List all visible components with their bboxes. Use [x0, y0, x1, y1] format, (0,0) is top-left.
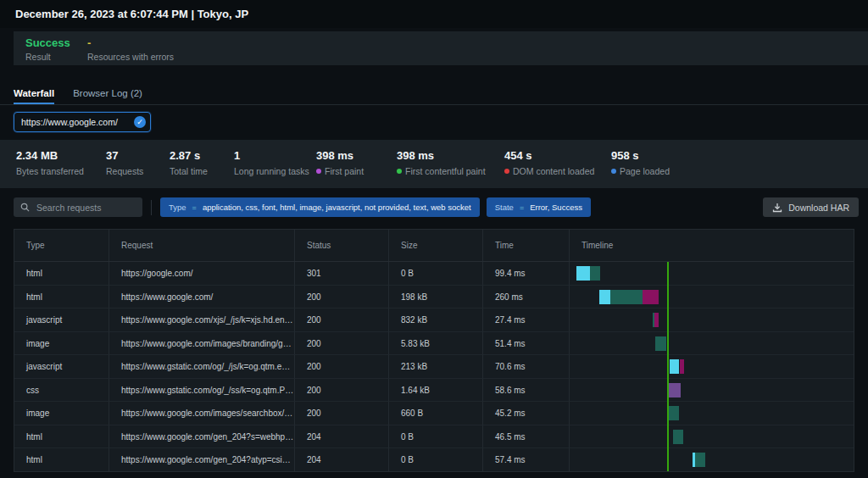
- cell-size: 1.64 kB: [389, 379, 483, 403]
- timeline-cell: [570, 332, 854, 356]
- timeline-bar-segment: [655, 336, 666, 351]
- cell-request: https://www.gstatic.com/og/_/ss/k=og.qtm…: [109, 379, 295, 403]
- metric-requests: 37 Requests: [106, 149, 170, 188]
- cell-size: 0 B: [389, 262, 483, 286]
- cell-status: 204: [295, 425, 389, 449]
- col-header-time: Time: [483, 230, 570, 261]
- errors-summary: - Resources with errors: [87, 37, 174, 62]
- filter-chip-type[interactable]: Type = application, css, font, html, ima…: [160, 197, 480, 217]
- search-input[interactable]: [35, 202, 136, 214]
- metric-value: 37: [106, 149, 170, 162]
- cell-request: https://www.google.com/images/searchbox/…: [109, 402, 295, 425]
- table-row[interactable]: html https://www.google.com/gen_204?s=we…: [14, 425, 854, 449]
- event-marker-line: [667, 262, 669, 472]
- timeline-bar-segment: [590, 266, 600, 281]
- cell-status: 200: [295, 355, 389, 379]
- table-row[interactable]: css https://www.gstatic.com/og/_/ss/k=og…: [14, 379, 854, 403]
- timeline-cell: [570, 379, 854, 403]
- result-value: Success: [25, 37, 70, 49]
- col-header-status: Status: [295, 230, 389, 261]
- table-row[interactable]: javascript https://www.gstatic.com/og/_/…: [14, 355, 854, 379]
- url-input[interactable]: [14, 117, 134, 127]
- timeline-bar-segment: [680, 359, 684, 374]
- search-box[interactable]: [14, 197, 142, 217]
- table-row[interactable]: html https://www.google.com/ 200 198 kB …: [14, 286, 854, 309]
- errors-label: Resources with errors: [87, 52, 174, 62]
- timeline-cell: [570, 355, 854, 379]
- metric-value: 958 s: [611, 149, 670, 162]
- cell-type: html: [14, 262, 109, 286]
- col-header-size: Size: [389, 230, 483, 261]
- timeline-bar-segment: [654, 313, 659, 327]
- filter-chip-state[interactable]: State = Error, Success: [487, 197, 591, 217]
- download-har-label: Download HAR: [788, 203, 849, 213]
- chip-operator: =: [520, 203, 524, 212]
- first-paint-dot-icon: [316, 169, 321, 174]
- cell-request: https://www.google.com/gen_204?s=webhp&t…: [109, 425, 295, 449]
- metric-label: Total time: [170, 166, 208, 176]
- fcp-dot-icon: [397, 169, 402, 174]
- table-row[interactable]: html https://www.google.com/gen_204?atyp…: [14, 448, 854, 472]
- cell-time: 260 ms: [483, 286, 570, 309]
- chip-label: State: [495, 203, 514, 212]
- cell-time: 51.4 ms: [483, 332, 570, 356]
- table-row[interactable]: image https://www.google.com/images/bran…: [14, 332, 854, 356]
- cell-type: javascript: [14, 355, 109, 379]
- chip-value: application, css, font, html, image, jav…: [203, 203, 471, 212]
- cell-size: 0 B: [389, 448, 483, 472]
- download-icon: [772, 203, 782, 213]
- timeline-cell: [570, 262, 854, 286]
- cell-type: image: [14, 402, 109, 425]
- metric-label: Requests: [106, 166, 143, 176]
- chip-value: Error, Success: [530, 203, 582, 212]
- metric-value: 1: [234, 149, 316, 162]
- table-header: Type Request Status Size Time Timeline: [14, 230, 854, 262]
- timeline-bar-segment: [643, 290, 659, 304]
- tab-waterfall[interactable]: Waterfall: [14, 84, 54, 104]
- cell-time: 46.5 ms: [483, 425, 570, 449]
- table-row[interactable]: html https://google.com/ 301 0 B 99.4 ms: [14, 262, 854, 286]
- success-check-icon: ✓: [134, 116, 146, 128]
- metric-value: 2.34 MB: [16, 149, 106, 162]
- search-icon: [20, 203, 30, 212]
- table-row[interactable]: image https://www.google.com/images/sear…: [14, 402, 854, 425]
- col-header-timeline: Timeline: [570, 230, 854, 261]
- dom-loaded-dot-icon: [504, 169, 509, 174]
- summary-panel: Success Result - Resources with errors: [14, 31, 868, 65]
- url-step-box[interactable]: ✓: [14, 112, 151, 132]
- metric-value: 2.87 s: [170, 149, 234, 162]
- cell-request: https://www.google.com/gen_204?atyp=csi&…: [109, 448, 295, 472]
- page-loaded-dot-icon: [611, 169, 616, 174]
- chip-label: Type: [169, 203, 186, 212]
- cell-size: 213 kB: [389, 355, 483, 379]
- cell-type: css: [14, 379, 109, 403]
- col-header-request: Request: [109, 230, 295, 261]
- timeline-bar-segment: [695, 453, 705, 467]
- cell-size: 198 kB: [389, 286, 483, 309]
- timeline-bar-segment: [669, 383, 681, 397]
- cell-type: javascript: [14, 308, 109, 332]
- download-har-button[interactable]: Download HAR: [763, 197, 859, 217]
- cell-time: 27.4 ms: [483, 308, 570, 332]
- filter-toolbar: Type = application, css, font, html, ima…: [14, 197, 859, 217]
- metric-value: 398 ms: [397, 149, 504, 162]
- cell-size: 832 kB: [389, 308, 483, 332]
- cell-status: 200: [295, 308, 389, 332]
- tab-browser-log[interactable]: Browser Log (2): [73, 84, 142, 104]
- table-row[interactable]: javascript https://www.google.com/xjs/_/…: [14, 308, 854, 332]
- timeline-cell: [570, 286, 854, 309]
- metric-long-running-tasks: 1 Long running tasks: [234, 149, 316, 188]
- cell-time: 58.6 ms: [483, 379, 570, 403]
- cell-request: https://www.google.com/: [109, 286, 295, 309]
- timeline-cell: [570, 425, 854, 449]
- chip-operator: =: [192, 203, 197, 212]
- cell-type: html: [14, 425, 109, 449]
- cell-type: html: [14, 448, 109, 472]
- cell-size: 660 B: [389, 402, 483, 425]
- timeline-bar-segment: [670, 359, 679, 374]
- metrics-panel: 2.34 MB Bytes transferred 37 Requests 2.…: [0, 140, 868, 188]
- filter-separator: [151, 200, 152, 215]
- cell-status: 301: [295, 262, 389, 286]
- cell-type: html: [14, 286, 109, 309]
- cell-time: 57.4 ms: [483, 448, 570, 472]
